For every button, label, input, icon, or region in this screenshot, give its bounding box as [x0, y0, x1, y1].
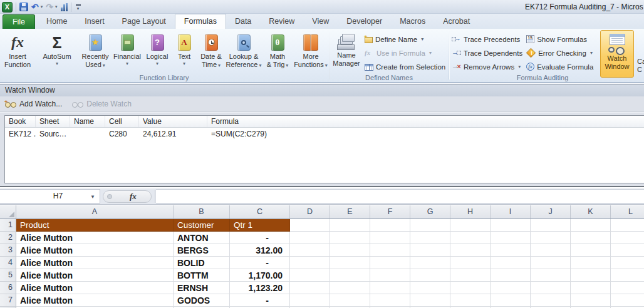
empty-cell[interactable] — [410, 232, 450, 244]
column-header-value[interactable]: Value — [139, 116, 207, 127]
empty-cell[interactable] — [611, 232, 644, 244]
name-box[interactable]: H7 — [0, 189, 100, 203]
fx-icon[interactable]: fx — [130, 192, 137, 202]
empty-cell[interactable] — [330, 219, 370, 232]
text-button[interactable]: A Text ▾ — [172, 30, 197, 73]
empty-cell[interactable] — [410, 269, 450, 282]
empty-cell[interactable] — [290, 257, 330, 269]
empty-cell[interactable] — [491, 244, 531, 257]
tab-home[interactable]: Home — [38, 14, 76, 29]
col-header-b[interactable]: B — [174, 205, 230, 218]
col-header-j[interactable]: J — [531, 205, 571, 218]
tab-review[interactable]: Review — [260, 14, 303, 29]
cell-b1[interactable]: Customer — [174, 219, 230, 232]
empty-cell[interactable] — [491, 219, 531, 232]
undo-dropdown-icon[interactable]: ▾ — [41, 4, 43, 9]
col-header-c[interactable]: C — [230, 205, 290, 218]
empty-cell[interactable] — [370, 257, 410, 269]
trace-precedents-button[interactable]: Trace Precedents — [450, 33, 524, 45]
empty-cell[interactable] — [370, 232, 410, 244]
empty-cell[interactable] — [531, 244, 571, 257]
undo-icon[interactable]: ↶ — [31, 3, 39, 11]
cell-a2[interactable]: Alice Mutton — [16, 232, 174, 244]
cell-b3[interactable]: BERGS — [174, 244, 230, 257]
empty-cell[interactable] — [571, 257, 611, 269]
cell-c4[interactable]: - — [230, 257, 290, 269]
empty-cell[interactable] — [531, 282, 571, 294]
empty-cell[interactable] — [410, 244, 450, 257]
column-header-book[interactable]: Book — [5, 116, 36, 127]
empty-cell[interactable] — [531, 294, 571, 307]
empty-cell[interactable] — [450, 257, 491, 269]
cell-b7[interactable]: GODOS — [174, 294, 230, 307]
tab-acrobat[interactable]: Acrobat — [434, 14, 479, 29]
autosum-button[interactable]: Σ AutoSum ▾ — [35, 30, 79, 73]
empty-cell[interactable] — [410, 282, 450, 294]
row-header[interactable]: 6 — [0, 282, 16, 294]
empty-cell[interactable] — [491, 282, 531, 294]
cell-a5[interactable]: Alice Mutton — [16, 269, 174, 282]
empty-cell[interactable] — [611, 244, 644, 257]
empty-cell[interactable] — [370, 282, 410, 294]
empty-cell[interactable] — [450, 282, 491, 294]
empty-cell[interactable] — [370, 244, 410, 257]
evaluate-formula-button[interactable]: Evaluate Formula — [524, 61, 598, 73]
column-header-sheet[interactable]: Sheet — [36, 116, 70, 127]
empty-cell[interactable] — [330, 294, 370, 307]
select-all-corner[interactable] — [0, 205, 16, 218]
empty-cell[interactable] — [531, 232, 571, 244]
excel-logo-icon[interactable]: X — [2, 2, 13, 13]
tab-insert[interactable]: Insert — [76, 14, 113, 29]
col-header-g[interactable]: G — [410, 205, 450, 218]
col-header-k[interactable]: K — [571, 205, 611, 218]
empty-cell[interactable] — [611, 219, 644, 232]
tab-data[interactable]: Data — [226, 14, 260, 29]
empty-cell[interactable] — [330, 244, 370, 257]
empty-cell[interactable] — [491, 257, 531, 269]
cell-c2[interactable]: - — [230, 232, 290, 244]
remove-arrows-button[interactable]: Remove Arrows ▾ — [450, 61, 524, 73]
name-box-dropdown-icon[interactable]: ▼ — [90, 194, 95, 200]
tab-formulas[interactable]: Formulas — [175, 14, 226, 29]
row-header[interactable]: 2 — [0, 232, 16, 244]
watch-window-button[interactable]: Watch Window — [600, 30, 634, 78]
logical-button[interactable]: ? Logical ▾ — [143, 30, 172, 73]
save-icon[interactable] — [19, 3, 28, 11]
col-header-f[interactable]: F — [370, 205, 410, 218]
empty-cell[interactable] — [290, 232, 330, 244]
add-watch-button[interactable]: + Add Watch... — [5, 100, 62, 108]
empty-cell[interactable] — [290, 294, 330, 307]
row-header[interactable]: 5 — [0, 269, 16, 282]
empty-cell[interactable] — [571, 244, 611, 257]
empty-cell[interactable] — [330, 232, 370, 244]
row-header[interactable]: 3 — [0, 244, 16, 257]
col-header-h[interactable]: H — [450, 205, 491, 218]
row-header[interactable]: 1 — [0, 219, 16, 232]
define-name-button[interactable]: Define Name ▾ — [363, 33, 447, 45]
empty-cell[interactable] — [571, 294, 611, 307]
column-header-name[interactable]: Name — [70, 116, 105, 127]
empty-cell[interactable] — [370, 219, 410, 232]
empty-cell[interactable] — [491, 269, 531, 282]
cell-a1[interactable]: Product — [16, 219, 174, 232]
empty-cell[interactable] — [330, 282, 370, 294]
col-header-d[interactable]: D — [290, 205, 330, 218]
customize-quick-access-icon[interactable]: ▾ — [76, 4, 81, 10]
empty-cell[interactable] — [330, 257, 370, 269]
cell-a7[interactable]: Alice Mutton — [16, 294, 174, 307]
trace-dependents-button[interactable]: Trace Dependents — [450, 47, 524, 59]
empty-cell[interactable] — [410, 257, 450, 269]
cell-c1[interactable]: Qtr 1 — [230, 219, 290, 232]
col-header-l[interactable]: L — [611, 205, 644, 218]
empty-cell[interactable] — [611, 257, 644, 269]
empty-cell[interactable] — [450, 232, 491, 244]
empty-cell[interactable] — [290, 282, 330, 294]
watch-window-pane-title[interactable]: Watch Window — [0, 85, 644, 96]
insert-function-pill[interactable]: fx — [103, 190, 152, 203]
empty-cell[interactable] — [290, 244, 330, 257]
empty-cell[interactable] — [450, 269, 491, 282]
show-formulas-button[interactable]: Show Formulas — [524, 33, 598, 45]
empty-cell[interactable] — [410, 294, 450, 307]
col-header-i[interactable]: I — [491, 205, 531, 218]
formula-input[interactable] — [156, 189, 644, 203]
